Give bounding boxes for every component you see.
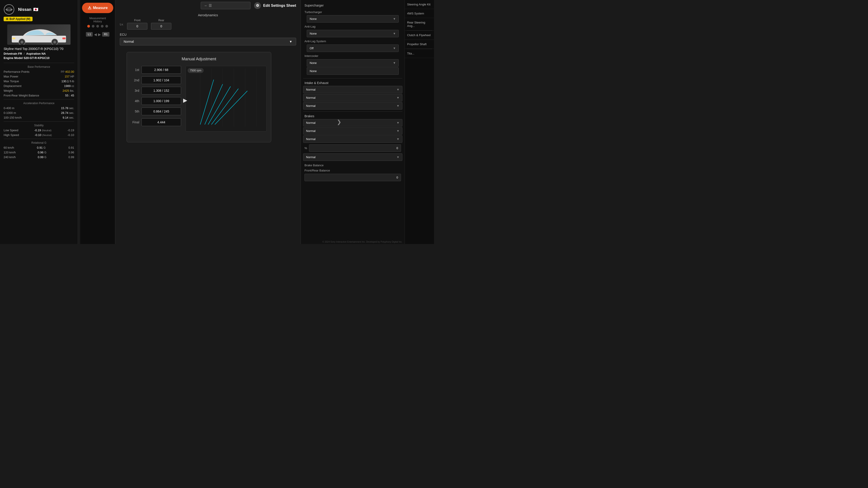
percent-label: % [305, 147, 307, 150]
aero-front-input[interactable]: 0 [127, 23, 147, 30]
percent-input[interactable]: 0 [309, 144, 401, 152]
intercooler-label: Intercooler [305, 53, 401, 59]
history-dot-5[interactable] [105, 25, 108, 28]
gear-row-5th: 5th 0.864 / 245 [131, 107, 181, 115]
l1-badge[interactable]: L1 [86, 32, 93, 37]
intercooler-arrow-icon: ▼ [393, 61, 396, 65]
rpm-badge: 7500 rpm [188, 68, 204, 73]
turbocharger-section: Turbocharger None ▼ Anti-Lag None ▼ Anti… [301, 8, 405, 76]
max-torque-row: Max Torque 130.1 ft-lb [0, 79, 78, 84]
gear-row-2nd: 2nd 1.902 / 104 [131, 76, 181, 84]
low-speed-col2: -0.19 [67, 129, 74, 132]
ecu-dropdown[interactable]: Normal ▼ [120, 38, 296, 45]
anti-lag-label: Anti-Lag [305, 24, 401, 29]
intake-exhaust-title: Intake & Exhaust [301, 80, 405, 85]
aero-rear-input[interactable]: 0 [151, 23, 171, 30]
gear-3rd-input[interactable]: 1.308 / 152 [142, 87, 181, 94]
gear-3rd-label: 3rd [131, 89, 139, 92]
r1-badge[interactable]: R1 [102, 32, 109, 37]
rot60-value: 0.91 G [37, 146, 45, 149]
brakes-3-arrow-icon: ▼ [397, 137, 399, 141]
low-speed-value: -0.19 (Neutral) [34, 129, 52, 132]
brakes-dropdown-1[interactable]: Normal ▼ [303, 119, 402, 127]
brakes-dropdown-2[interactable]: Normal ▼ [303, 127, 402, 135]
ecu-section: ECU Normal ▼ [115, 32, 301, 46]
measurement-history: MeasurementHistory [82, 17, 113, 28]
history-dot-3[interactable] [96, 25, 99, 28]
rot120-value: 0.96 G [38, 151, 46, 154]
history-dots [82, 25, 113, 28]
brakes-1-arrow-icon: ▼ [397, 121, 399, 125]
brakes-title: Brakes [301, 113, 405, 119]
displacement-value: 1989 cc [64, 84, 74, 88]
propellor-shaft-item[interactable]: Propellor Shaft [405, 40, 434, 49]
ecu-label: ECU [120, 33, 296, 36]
intake-exhaust-1-arrow-icon: ▼ [397, 88, 399, 91]
gear-5th-input[interactable]: 0.864 / 245 [142, 107, 181, 115]
accel1000-value: 28.74 sec. [61, 111, 74, 115]
gear-2nd-input[interactable]: 1.902 / 104 [142, 76, 181, 84]
brakes-normal-dropdown[interactable]: Normal ▼ [303, 153, 402, 161]
weight-row: Weight 2425 lbs. [0, 88, 78, 93]
engine-model: Engine Model S20-GT-R-KPGC10 [0, 56, 78, 61]
modal-title: Manual Adjustment [131, 57, 267, 61]
steering-angle-kit-item[interactable]: Steering Angle Kit [405, 0, 434, 9]
car-image-container [0, 22, 78, 47]
final-label: Final [131, 121, 139, 124]
svg-line-22 [215, 91, 247, 125]
intercooler2-dropdown[interactable]: None [307, 67, 399, 75]
turbocharger-dropdown[interactable]: None ▼ [307, 15, 399, 23]
history-dot-1[interactable] [87, 25, 90, 28]
next-arrow-icon[interactable]: ▶ [98, 32, 101, 37]
intercooler-dropdown[interactable]: None ▼ [307, 59, 399, 67]
prev-arrow-icon[interactable]: ◀ [94, 32, 97, 37]
rot240-value: 0.99 G [38, 156, 46, 159]
aerodynamics-title: Aerodynamics [120, 13, 296, 17]
measure-button[interactable]: ⚠ Measure [82, 3, 113, 13]
rear-steering-item[interactable]: Rear Steering Ang... [405, 18, 434, 31]
gear-4th-input[interactable]: 1.000 / 199 [142, 97, 181, 105]
brand-area: NISSAN Nissan 🇯🇵 [0, 2, 78, 16]
performance-points-row: Performance Points PP 402.00 [0, 69, 78, 74]
final-input[interactable]: 4.444 [142, 119, 181, 126]
accel-title: Acceleration Performance [0, 101, 78, 106]
gear-chart: 7500 rpm [186, 66, 267, 131]
car-silhouette-icon [9, 27, 68, 45]
clutch-flywheel-item[interactable]: Clutch & Flywheel [405, 31, 434, 40]
percent-row: % 0 [301, 143, 405, 153]
nissan-logo-icon: NISSAN [4, 4, 14, 15]
weight-value: 2425 lbs. [63, 89, 74, 92]
history-dot-4[interactable] [101, 25, 103, 28]
edit-settings-button[interactable]: ⚙ Edit Settings Sheet [254, 2, 296, 9]
brakes-dropdown-3[interactable]: Normal ▼ [303, 135, 402, 143]
turbocharger-row: Turbocharger [305, 10, 401, 14]
4ws-system-item[interactable]: 4WS System [405, 9, 434, 18]
displacement-row: Displacement 1989 cc [0, 84, 78, 88]
anti-lag-arrow-icon: ▼ [393, 32, 396, 35]
aerodynamics-section: Aerodynamics Lv. Front 0 Rear 0 [115, 11, 301, 32]
anti-lag-system-dropdown[interactable]: Off ▼ [307, 44, 399, 52]
gear-table: 1st 2.906 / 68 2nd 1.902 / 104 3rd 1.308… [131, 66, 181, 131]
anti-lag-dropdown[interactable]: None ▼ [307, 30, 399, 37]
intake-exhaust-dropdown-3[interactable]: Normal ▼ [303, 102, 402, 109]
measurement-history-title: MeasurementHistory [82, 17, 113, 23]
gear-1st-input[interactable]: 2.906 / 68 [142, 66, 181, 74]
copyright-text: © 2024 Sony Interactive Entertainment In… [322, 240, 402, 243]
settings-dropdown[interactable]: -- ☰ [201, 2, 250, 9]
svg-rect-10 [12, 37, 16, 39]
max-power-row: Max Power 157 HP [0, 74, 78, 79]
high-speed-row: High Speed -0.10 (Neutral) -0.10 [0, 133, 78, 137]
intake-exhaust-dropdown-1[interactable]: Normal ▼ [303, 86, 402, 93]
aero-row: Lv. Front 0 Rear 0 [120, 19, 296, 30]
intake-exhaust-dropdown-2[interactable]: Normal ▼ [303, 94, 402, 101]
tita-item[interactable]: Tita... [405, 49, 434, 58]
history-dot-2[interactable] [92, 25, 94, 28]
accel1000-row: 0-1000 m 28.74 sec. [0, 110, 78, 115]
base-performance-title: Base Performance [0, 64, 78, 69]
pp-value: PP 402.00 [61, 70, 74, 73]
front-rear-balance-input[interactable]: 0 [305, 174, 401, 181]
expand-arrow-icon[interactable]: ❯ [337, 119, 341, 125]
aero-rear-label: Rear [158, 19, 164, 22]
left-panel: NISSAN Nissan 🇯🇵 ⚖ BoP Applied (M) [0, 0, 78, 244]
top-bar: -- ☰ ⚙ Edit Settings Sheet [115, 0, 301, 11]
